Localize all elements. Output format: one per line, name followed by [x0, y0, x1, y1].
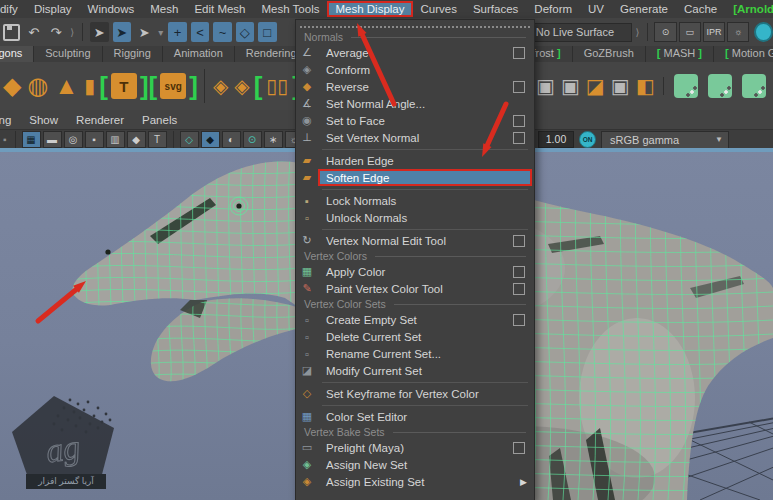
menu-item-conform[interactable]: ◈Conform [296, 61, 534, 78]
view-transform-dropdown[interactable]: sRGB gamma ▼ [601, 131, 729, 149]
render-view-button[interactable]: ⊙ [654, 22, 676, 42]
textured-mode-button[interactable]: ⊙ [243, 131, 262, 148]
menubar-item-display[interactable]: Display [26, 1, 80, 17]
menubar-item-generate[interactable]: Generate [612, 1, 676, 17]
panel-menu-panels[interactable]: Panels [133, 113, 186, 127]
combine-icon[interactable]: ◈ [213, 66, 228, 106]
shelf-tab-motion-graphics[interactable]: [ Motion Graphics ] [714, 46, 773, 62]
separate-icon[interactable]: ◈ [234, 66, 249, 106]
wireframe-mode-button[interactable]: ◇ [180, 131, 199, 148]
render-settings-button[interactable]: ☼ [727, 22, 749, 42]
option-box[interactable] [513, 314, 525, 326]
menubar-item-arnold[interactable]: [Arnold] [725, 1, 773, 17]
poly-cylinder-icon[interactable]: ▮ [84, 66, 95, 106]
panel-menu-lighting[interactable]: Lighting [0, 113, 20, 127]
shaded-mode-button[interactable]: ◆ [201, 131, 220, 148]
poly-pyramid-icon[interactable]: ▲ [54, 66, 78, 106]
menubar-item-mesh-tools[interactable]: Mesh Tools [254, 1, 328, 17]
lighting-button[interactable]: ◐ [222, 131, 241, 148]
menu-item-soften-edge[interactable]: ▰Soften Edge [296, 169, 534, 186]
shelf-tab-sculpting[interactable]: Sculpting [34, 46, 102, 62]
exposure-field[interactable]: 1.00 [538, 131, 574, 148]
default-material-button[interactable]: ∗ [264, 131, 283, 148]
menubar-item-mesh-display[interactable]: Mesh Display [327, 1, 412, 17]
menu-item-harden-edge[interactable]: ▰Harden Edge [296, 152, 534, 169]
target-weld-icon[interactable]: ▣ [561, 74, 580, 98]
option-box[interactable] [513, 115, 525, 127]
menu-item-set-vertex-normal[interactable]: ⊥Set Vertex Normal [296, 129, 534, 146]
redo-button[interactable]: ↷ [47, 22, 65, 42]
menu-item-paint-vertex-color-tool[interactable]: ✎Paint Vertex Color Tool [296, 280, 534, 297]
menubar-item-deform[interactable]: Deform [526, 1, 580, 17]
menu-item-set-normal-angle[interactable]: ∡Set Normal Angle... [296, 95, 534, 112]
menubar-item-mesh[interactable]: Mesh [142, 1, 186, 17]
display-layer-button[interactable] [754, 22, 773, 42]
shelf-tab-gozbrush[interactable]: GoZBrush [573, 46, 646, 62]
color-management-toggle[interactable]: ON [579, 131, 596, 148]
option-box[interactable] [513, 47, 525, 59]
menubar-item-cache[interactable]: Cache [676, 1, 725, 17]
menu-item-average[interactable]: ∠Average [296, 44, 534, 61]
safe-action-toggle[interactable]: ◆ [127, 131, 146, 148]
menu-item-reverse[interactable]: ◆Reverse [296, 78, 534, 95]
menu-item-set-to-face[interactable]: ◉Set to Face [296, 112, 534, 129]
extrude-icon[interactable]: ▣ [611, 74, 630, 98]
resolution-gate-toggle[interactable]: ◎ [64, 131, 83, 148]
field-chart-toggle[interactable]: ▥ [106, 131, 125, 148]
select-object-tool[interactable]: ➤ [90, 22, 108, 42]
gate-mask-toggle[interactable]: ▪ [85, 131, 104, 148]
bridge-icon[interactable]: ◧ [636, 74, 655, 98]
menu-item-vertex-normal-edit-tool[interactable]: ↻Vertex Normal Edit Tool [296, 232, 534, 249]
svg-tool[interactable]: svg [160, 73, 186, 99]
render-frame-button[interactable]: ▭ [679, 22, 701, 42]
ipr-render-button[interactable]: IPR [703, 22, 725, 42]
bevel-icon[interactable]: ◪ [586, 74, 605, 98]
option-box[interactable] [513, 442, 525, 454]
grid-toggle[interactable]: ▦ [22, 131, 41, 148]
smooth-edge-icon[interactable] [708, 74, 732, 98]
shelf-tab-polygons[interactable]: Polygons [0, 46, 34, 62]
menu-item-delete-current-set[interactable]: ▫Delete Current Set [296, 328, 534, 345]
option-box[interactable] [513, 132, 525, 144]
panel-menu-show[interactable]: Show [20, 113, 67, 127]
menubar-item-curves[interactable]: Curves [413, 1, 465, 17]
menu-item-modify-current-set[interactable]: ◪Modify Current Set [296, 362, 534, 379]
option-box[interactable] [513, 81, 525, 93]
menubar-item-edit-mesh[interactable]: Edit Mesh [186, 1, 253, 17]
lasso-tool[interactable]: < [191, 22, 209, 42]
safe-title-toggle[interactable]: T [148, 131, 167, 148]
option-box[interactable] [513, 283, 525, 295]
film-gate-toggle[interactable]: ▬ [43, 131, 62, 148]
poly-cube-icon[interactable]: ◆ [3, 66, 21, 106]
menu-item-set-keyframe-for-vertex-color[interactable]: ◇Set Keyframe for Vertex Color [296, 385, 534, 402]
menu-item-color-set-editor[interactable]: ▦Color Set Editor [296, 408, 534, 425]
option-box[interactable] [513, 266, 525, 278]
multi-cut-icon[interactable]: ▣ [536, 74, 555, 98]
menu-item-unlock-normals[interactable]: ▫Unlock Normals [296, 209, 534, 226]
save-scene-button[interactable] [2, 22, 20, 42]
menubar-item-surfaces[interactable]: Surfaces [465, 1, 526, 17]
poly-type-tool[interactable]: T [111, 73, 137, 99]
menu-item-lock-normals[interactable]: ▪Lock Normals [296, 192, 534, 209]
scale-tool[interactable]: □ [258, 22, 276, 42]
menu-item-assign-new-set[interactable]: ◈Assign New Set [296, 456, 534, 473]
undo-button[interactable]: ↶ [24, 22, 42, 42]
panel-menu-renderer[interactable]: Renderer [67, 113, 133, 127]
option-box[interactable] [513, 235, 525, 247]
live-surface-field[interactable]: No Live Surface [528, 23, 633, 42]
menu-item-apply-color[interactable]: ▦Apply Color [296, 263, 534, 280]
mirror-icon[interactable]: ▯▯ [266, 66, 288, 106]
poly-torus-icon[interactable]: ◍ [27, 66, 48, 106]
select-component-tool[interactable]: ➤ [113, 22, 131, 42]
shelf-tab-animation[interactable]: Animation [163, 46, 235, 62]
menu-item-rename-current-set[interactable]: ▫Rename Current Set... [296, 345, 534, 362]
menu-item-assign-existing-set[interactable]: ◈Assign Existing Set▶ [296, 473, 534, 490]
shelf-tab-rigging[interactable]: Rigging [103, 46, 163, 62]
menubar-item-windows[interactable]: Windows [80, 1, 143, 17]
smooth-face-icon[interactable] [742, 74, 766, 98]
shelf-tab-mash[interactable]: [ MASH ] [646, 46, 714, 62]
menu-item-create-empty-set[interactable]: ▫Create Empty Set [296, 311, 534, 328]
move-tool[interactable]: + [168, 22, 186, 42]
menu-item-prelight-maya[interactable]: ▭Prelight (Maya) [296, 439, 534, 456]
tearoff-line[interactable] [300, 21, 530, 28]
